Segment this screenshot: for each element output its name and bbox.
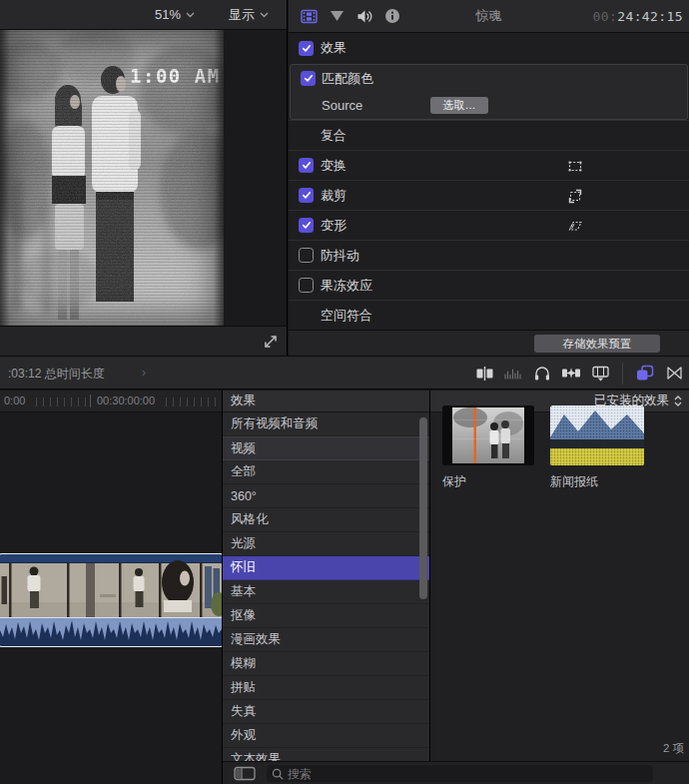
crop-checkbox[interactable] (299, 188, 314, 203)
search-input[interactable] (288, 767, 653, 781)
row-label: 空间符合 (321, 307, 372, 325)
transitions-browser-button[interactable] (663, 363, 685, 385)
category-distortion[interactable]: 失真 (223, 700, 429, 724)
total-duration-label: :03:12 总时间长度 (8, 366, 105, 383)
media-import-button[interactable] (589, 363, 611, 385)
choose-source-button[interactable]: 选取… (430, 97, 488, 114)
chevron-right-icon[interactable]: › (142, 366, 146, 380)
stabilization-checkbox[interactable] (299, 248, 314, 263)
fcp-window: 51% 显示 (0, 0, 689, 784)
display-dropdown[interactable]: 显示 (229, 6, 269, 24)
checkmark-icon (302, 44, 312, 53)
effects-checkbox[interactable] (299, 41, 314, 56)
row-transform: 变换 (289, 150, 689, 180)
item-count-label: 2 项 (663, 741, 684, 756)
audio-skimming-button[interactable] (531, 363, 553, 385)
category-stylize[interactable]: 风格化 (223, 508, 429, 532)
row-compositing: 复合 (289, 120, 689, 150)
bottom-region: 0:00 00:30:00:00 (0, 391, 689, 784)
match-color-section: 匹配颜色 Source 选取… (290, 64, 688, 120)
timeline-ruler[interactable]: 0:00 00:30:00:00 (0, 391, 222, 412)
match-color-checkbox[interactable] (301, 71, 316, 86)
sidebar-toggle-icon (234, 766, 256, 781)
waveform-icon (503, 366, 523, 382)
checkmark-icon (302, 221, 312, 230)
audio-inspector-tab[interactable] (354, 6, 374, 26)
row-label: 复合 (321, 127, 346, 145)
row-label: 效果 (321, 39, 346, 57)
viewer-toolbar: 51% 显示 (0, 0, 287, 30)
audio-meters-button[interactable] (502, 363, 524, 385)
effect-name: 保护 (442, 473, 534, 490)
category-basics[interactable]: 基本 (223, 580, 429, 604)
effect-thumbnail-protect (442, 405, 534, 465)
inspector-rows: 效果 匹配颜色 Source 选取… 复合 (289, 33, 689, 330)
scrollbar-thumb[interactable] (419, 417, 427, 599)
row-crop: 裁剪 (289, 180, 689, 210)
crop-onscreen-control[interactable] (566, 187, 584, 205)
transform-checkbox[interactable] (299, 158, 314, 173)
inspector-toolbar: 惊魂 00:24:42:15 (289, 0, 689, 33)
category-text-effects[interactable]: 文本效果 (223, 748, 429, 761)
filmstrip-icon (301, 9, 318, 24)
effects-list-header: 效果 (223, 391, 429, 412)
timecode-value: 24:42:15 (617, 9, 683, 24)
distort-onscreen-control[interactable] (566, 217, 584, 235)
viewer-bottom-bar (0, 326, 287, 356)
category-all[interactable]: 全部 (223, 460, 429, 484)
toolbar-divider (622, 363, 623, 385)
rolling-shutter-checkbox[interactable] (299, 278, 314, 293)
info-inspector-tab[interactable] (382, 6, 402, 26)
row-label: 防抖动 (321, 247, 359, 265)
distort-checkbox[interactable] (299, 218, 314, 233)
timecode-display: 00:24:42:15 (592, 9, 683, 24)
timeline-clip-selected[interactable] (0, 554, 222, 646)
triangle-down-icon (330, 10, 344, 22)
video-frame-image: 1:00 AM (0, 30, 224, 326)
row-label: 匹配颜色 (322, 70, 373, 88)
row-spatial-conform: 空间符合 (289, 300, 689, 330)
checkmark-icon (302, 191, 312, 200)
crop-icon (566, 187, 584, 205)
chevron-down-icon (260, 12, 269, 18)
zoom-level-dropdown[interactable]: 51% (155, 7, 195, 22)
chevron-down-icon (186, 12, 195, 18)
category-retro-selected[interactable]: 怀旧 (223, 556, 429, 580)
row-source: Source 选取… (291, 92, 687, 119)
category-all-video-audio[interactable]: 所有视频和音频 (223, 412, 429, 436)
category-tiling[interactable]: 拼贴 (223, 676, 429, 700)
effect-card-newspaper[interactable]: 新闻报纸 (550, 405, 644, 490)
ruler-major-tick (90, 394, 91, 407)
expand-viewer-button[interactable] (262, 333, 280, 351)
transform-onscreen-control[interactable] (566, 157, 584, 175)
category-light[interactable]: 光源 (223, 532, 429, 556)
timecode-hours: 00: (592, 9, 617, 24)
zoom-level-value: 51% (155, 7, 181, 22)
category-keying[interactable]: 抠像 (223, 604, 429, 628)
category-360[interactable]: 360° (223, 484, 429, 508)
toggle-sidebar-button[interactable] (230, 765, 260, 782)
video-inspector-tab[interactable] (299, 6, 319, 26)
clip-filmstrip-image (0, 554, 222, 646)
effect-card-protect[interactable]: 保护 (442, 405, 534, 490)
color-inspector-tab[interactable] (327, 6, 346, 26)
category-looks[interactable]: 外观 (223, 724, 429, 748)
category-comic[interactable]: 漫画效果 (223, 628, 429, 652)
row-distort: 变形 (289, 210, 689, 240)
effects-browser-button[interactable] (634, 363, 656, 385)
inspector-bottom-bar: 存储效果预置 (289, 330, 689, 356)
video-preview[interactable]: 1:00 AM (0, 30, 224, 326)
timeline-toolbar: :03:12 总时间长度 › (0, 356, 689, 390)
effect-name: 新闻报纸 (550, 473, 644, 490)
effects-search-field[interactable] (267, 765, 653, 782)
row-stabilization: 防抖动 (289, 240, 689, 270)
category-blur[interactable]: 模糊 (223, 652, 429, 676)
transitions-bowtie-icon (665, 365, 684, 382)
row-match-color: 匹配颜色 (291, 65, 687, 92)
skimmer-sparkle-icon (561, 365, 581, 382)
trim-tool-button[interactable] (473, 363, 495, 385)
save-effects-preset-button[interactable]: 存储效果预置 (534, 335, 660, 353)
category-video-section[interactable]: 视频 (223, 436, 429, 460)
skimming-button[interactable] (560, 363, 582, 385)
speaker-icon (356, 9, 373, 24)
